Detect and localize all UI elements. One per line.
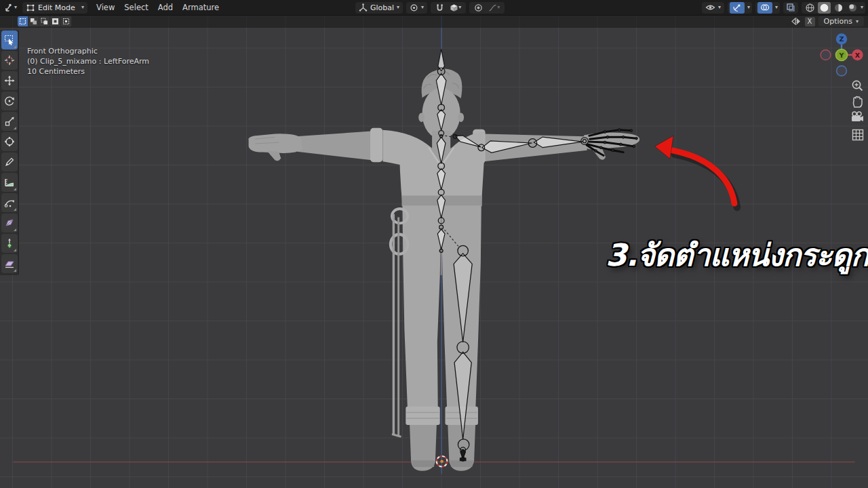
eye-visibility-icon bbox=[705, 3, 715, 12]
snap-toggle-button[interactable] bbox=[434, 2, 446, 14]
navigation-gizmo[interactable]: Z X Y bbox=[818, 31, 865, 79]
gizmos-dropdown[interactable]: ▾ bbox=[728, 2, 752, 14]
options-label: Options bbox=[824, 17, 852, 26]
blender-window: ▾ Edit Mode ▾ View Select Add Armature bbox=[0, 0, 868, 488]
mode-dropdown[interactable]: Edit Mode ▾ bbox=[22, 2, 87, 14]
tool-measure[interactable] bbox=[1, 173, 18, 192]
select-mode-subtract-button[interactable] bbox=[39, 16, 50, 26]
toe-bone[interactable] bbox=[460, 458, 467, 461]
transform-orientation-dropdown[interactable]: Global ▾ bbox=[355, 2, 403, 14]
gizmo-arrow-icon bbox=[732, 3, 741, 12]
select-mode-extend-button[interactable] bbox=[28, 16, 39, 26]
select-intersect-icon bbox=[62, 18, 70, 25]
chevron-down-icon: ▾ bbox=[775, 5, 778, 10]
select-invert-icon bbox=[52, 18, 59, 25]
cursor-tool-icon bbox=[4, 55, 15, 66]
rendered-shading-button[interactable] bbox=[846, 2, 859, 14]
gizmo-x-neg-axis[interactable] bbox=[821, 50, 831, 60]
active-item-label: (0) Clip_5_mixamo : LeftForeArm bbox=[27, 56, 149, 66]
falloff-dropdown[interactable]: ▾ bbox=[487, 2, 501, 14]
character-model bbox=[248, 68, 639, 470]
gizmos-toggle[interactable] bbox=[730, 2, 745, 14]
header-left: ▾ Edit Mode ▾ View Select Add Armature bbox=[3, 0, 224, 15]
tool-move[interactable] bbox=[1, 71, 18, 90]
gizmo-x-label: X bbox=[855, 52, 861, 59]
tool-settings-bar: X Options ▾ bbox=[0, 15, 868, 28]
select-mode-set-button[interactable] bbox=[18, 16, 28, 26]
menu-add[interactable]: Add bbox=[153, 3, 178, 12]
tool-shear[interactable] bbox=[1, 254, 18, 273]
shading-group: ▾ bbox=[802, 2, 865, 14]
menu-select[interactable]: Select bbox=[119, 3, 153, 12]
wireframe-shading-button[interactable] bbox=[804, 2, 816, 14]
mirror-x-toggle[interactable]: X bbox=[805, 17, 815, 26]
tool-cursor[interactable] bbox=[1, 51, 18, 70]
select-mode-group bbox=[18, 16, 72, 26]
measure-ruler-icon bbox=[4, 177, 15, 188]
tool-select-box[interactable] bbox=[1, 30, 18, 49]
select-mode-intersect-button[interactable] bbox=[61, 16, 72, 26]
options-dropdown[interactable]: Options ▾ bbox=[818, 16, 864, 26]
edit-mode-icon bbox=[26, 3, 35, 12]
tool-extrude[interactable] bbox=[1, 234, 18, 253]
pivot-point-dropdown[interactable]: ▾ bbox=[406, 2, 427, 14]
magnet-icon bbox=[435, 3, 444, 12]
orientation-label: Global bbox=[370, 3, 394, 12]
editor-type-button[interactable]: ▾ bbox=[3, 2, 18, 14]
falloff-curve-icon bbox=[488, 3, 497, 12]
roll-tool-icon bbox=[4, 197, 15, 208]
chevron-down-icon: ▾ bbox=[497, 5, 500, 10]
xray-toggle[interactable] bbox=[783, 2, 798, 14]
material-sphere-icon bbox=[833, 3, 844, 13]
show-hide-dropdown[interactable]: ▾ bbox=[702, 2, 724, 14]
pan-view-hand-button[interactable] bbox=[850, 95, 865, 109]
extrude-tool-icon bbox=[4, 238, 15, 249]
header-bar: ▾ Edit Mode ▾ View Select Add Armature bbox=[0, 0, 868, 16]
solid-shading-button[interactable] bbox=[818, 2, 831, 14]
annotate-pen-icon bbox=[4, 157, 15, 167]
tool-scale[interactable] bbox=[1, 112, 18, 131]
snap-cube-icon bbox=[450, 3, 458, 12]
menu-bar: View Select Add Armature bbox=[92, 3, 224, 12]
tool-bone-envelope[interactable] bbox=[1, 214, 18, 232]
chevron-down-icon: ▾ bbox=[14, 5, 17, 10]
gizmo-z-neg-axis[interactable] bbox=[837, 66, 847, 76]
tool-rotate[interactable] bbox=[1, 92, 18, 110]
tool-annotate[interactable] bbox=[1, 152, 18, 171]
select-mode-invert-button[interactable] bbox=[50, 16, 61, 26]
overlays-toggle[interactable] bbox=[757, 2, 772, 14]
viewport[interactable]: Front Orthographic (0) Clip_5_mixamo : L… bbox=[0, 15, 868, 488]
camera-view-button[interactable] bbox=[850, 110, 865, 124]
rotate-tool-icon bbox=[4, 96, 15, 106]
overlays-dropdown[interactable]: ▾ bbox=[755, 2, 780, 14]
move-tool-icon bbox=[4, 75, 15, 86]
snap-settings-dropdown[interactable]: ▾ bbox=[448, 2, 462, 14]
tool-transform[interactable] bbox=[1, 132, 18, 151]
snap-group: ▾ bbox=[431, 2, 466, 14]
menu-armature[interactable]: Armature bbox=[178, 3, 224, 12]
menu-view[interactable]: View bbox=[92, 3, 119, 12]
header-center: Global ▾ ▾ bbox=[355, 0, 505, 15]
bone-envelope-icon bbox=[4, 218, 15, 228]
mirror-icon bbox=[791, 17, 802, 26]
material-shading-button[interactable] bbox=[832, 2, 845, 14]
overlays-icon bbox=[760, 3, 770, 12]
annotation-arrow bbox=[655, 136, 737, 207]
select-box-icon bbox=[4, 35, 15, 45]
annotation-text: 3.จัดตำแหน่งกระดูก bbox=[606, 230, 868, 279]
header-right: ▾ ▾ ▾ bbox=[702, 0, 865, 15]
proportional-editing-toggle[interactable] bbox=[473, 2, 484, 14]
solid-sphere-icon bbox=[819, 3, 829, 13]
chevron-down-icon: ▾ bbox=[421, 5, 424, 10]
tool-settings-right: X Options ▾ bbox=[791, 15, 864, 28]
rendered-sphere-icon bbox=[848, 3, 858, 13]
zoom-view-button[interactable] bbox=[850, 79, 865, 93]
transform-tool-icon bbox=[4, 136, 15, 147]
tool-roll[interactable] bbox=[1, 193, 18, 212]
perspective-grid-button[interactable] bbox=[851, 128, 865, 142]
chevron-down-icon: ▾ bbox=[458, 5, 461, 10]
pivot-point-icon bbox=[410, 3, 418, 12]
chevron-down-icon: ▾ bbox=[747, 5, 750, 10]
toolbar bbox=[0, 30, 19, 275]
shear-tool-icon bbox=[4, 258, 15, 269]
